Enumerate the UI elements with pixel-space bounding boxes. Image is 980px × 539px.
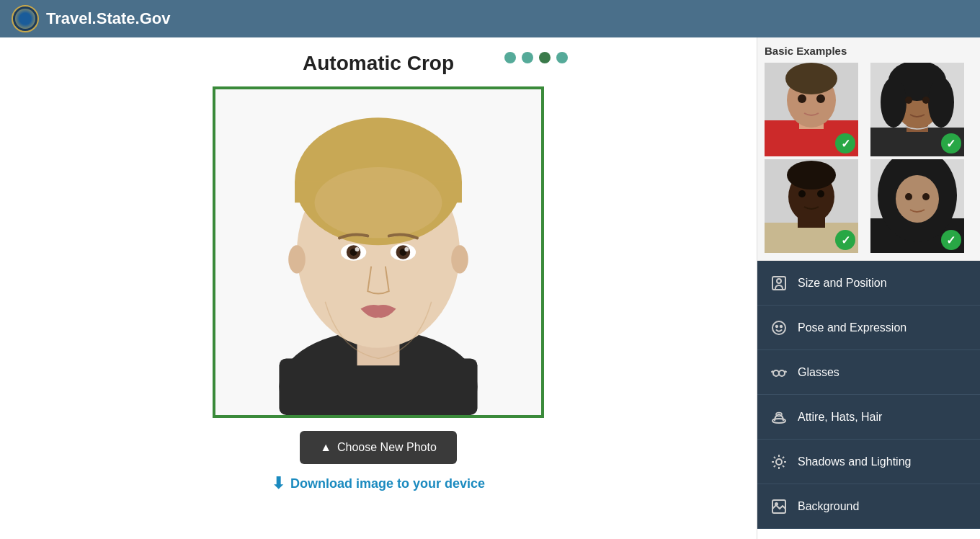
example-photo-3[interactable]: ✓ [765,159,858,253]
svg-point-39 [798,190,806,197]
example-photo-1[interactable]: ✓ [765,63,858,156]
svg-point-52 [773,370,779,376]
example-photo-2[interactable]: ✓ [870,63,964,156]
svg-line-62 [783,466,784,467]
shadows-lighting-label: Shadows and Lighting [798,455,911,468]
svg-point-14 [355,247,360,251]
choose-new-photo-button[interactable]: ▲ Choose New Photo [300,431,457,464]
svg-point-40 [817,190,824,197]
image-icon [769,498,789,515]
upload-icon: ▲ [320,441,331,454]
example-1-checkmark: ✓ [835,133,855,153]
progress-dot-2 [522,52,533,63]
svg-point-16 [288,245,306,273]
svg-point-23 [798,94,806,103]
example-3-checkmark: ✓ [835,230,855,250]
progress-dot-1 [504,52,516,63]
svg-point-44 [896,175,939,223]
government-seal [12,5,39,32]
svg-line-64 [774,466,775,467]
background-label: Background [798,500,859,513]
person-box-icon [769,275,789,292]
sidebar-item-size-position[interactable]: Size and Position [757,261,980,306]
sidebar-item-glasses[interactable]: Glasses [757,350,980,395]
sidebar-item-attire-hats-hair[interactable]: Attire, Hats, Hair [757,395,980,440]
svg-point-22 [785,63,837,94]
center-panel: Automatic Crop [0,37,757,539]
example-2-checkmark: ✓ [941,133,961,153]
svg-point-32 [905,97,912,104]
progress-dots [504,52,568,63]
svg-point-17 [451,245,468,273]
svg-point-49 [772,321,785,334]
progress-dot-4 [556,52,568,63]
svg-line-61 [774,456,775,458]
svg-point-31 [928,77,954,128]
glasses-icon [769,364,789,381]
svg-point-33 [922,97,930,104]
progress-dot-3 [539,52,551,63]
basic-examples-section: Basic Examples ✓ [757,37,980,261]
header: Travel.State.Gov [0,0,980,37]
download-icon: ⬇ [272,474,285,493]
svg-point-46 [922,193,930,200]
sidebar-item-shadows-lighting[interactable]: Shadows and Lighting [757,440,980,484]
sun-icon [769,453,789,471]
svg-point-7 [315,167,442,238]
basic-examples-title: Basic Examples [765,45,973,57]
svg-point-51 [780,325,782,326]
right-sidebar: Basic Examples ✓ [757,37,980,539]
svg-line-63 [783,456,784,458]
svg-point-50 [776,325,778,326]
glasses-label: Glasses [798,366,839,379]
svg-point-30 [881,77,906,128]
svg-rect-2 [279,358,477,415]
svg-point-53 [779,370,785,376]
example-photo-4[interactable]: ✓ [870,159,964,253]
svg-point-56 [776,459,782,465]
svg-point-24 [816,94,825,103]
hat-icon [769,409,789,426]
main-content: Automatic Crop [0,37,980,539]
page-title: Automatic Crop [303,52,454,75]
choose-btn-label: Choose New Photo [337,441,437,454]
face-smile-icon [769,319,789,337]
attire-hats-hair-label: Attire, Hats, Hair [798,411,882,424]
download-label: Download image to your device [290,476,485,491]
svg-point-38 [787,161,836,190]
svg-point-15 [404,247,409,251]
sidebar-item-pose-expression[interactable]: Pose and Expression [757,306,980,350]
examples-grid: ✓ [765,63,973,253]
photo-preview [213,86,544,418]
svg-point-45 [905,193,912,200]
download-link[interactable]: ⬇ Download image to your device [272,474,485,493]
passport-photo-svg [215,89,541,415]
site-title: Travel.State.Gov [46,9,170,28]
size-position-label: Size and Position [798,277,887,290]
sidebar-item-background[interactable]: Background [757,484,980,529]
pose-expression-label: Pose and Expression [798,321,906,334]
example-4-checkmark: ✓ [941,230,961,250]
svg-point-48 [777,279,781,283]
